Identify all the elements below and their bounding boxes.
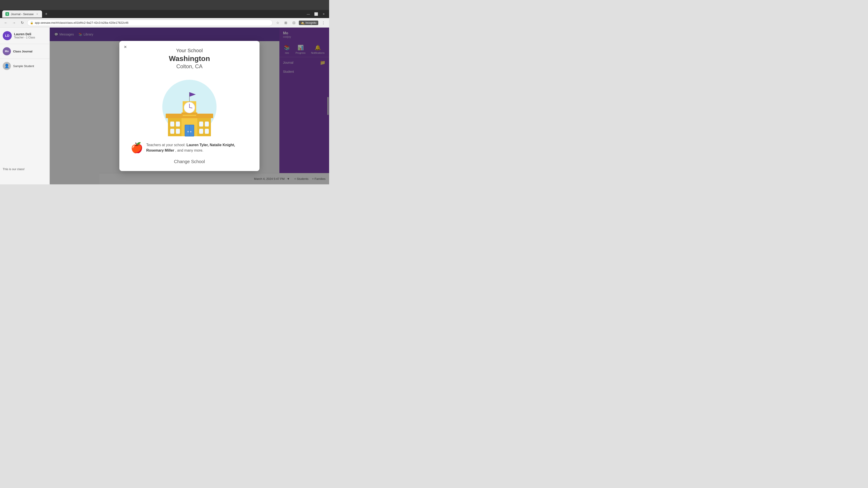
maximize-button[interactable]: ⬜ [313, 11, 319, 17]
svg-rect-18 [199, 129, 203, 134]
class-journal-item[interactable]: Mo Class Journal [0, 44, 50, 59]
nav-actions: ☆ ⊞ ⊡ 🕵 Incognito ⋮ [274, 20, 327, 26]
address-bar[interactable]: 🔒 app.seesaw.me/#/class/class.e01bf4c2-9… [27, 20, 273, 26]
modal-backdrop: × Your School Washington Colton, CA [50, 28, 329, 184]
main-content: 💬 Messages 📚 Library Mo oodjoy 📚 ries [50, 28, 329, 184]
modal-close-button[interactable]: × [124, 44, 127, 50]
student-name: Sample Student [13, 64, 34, 68]
minimize-button[interactable]: — [305, 11, 311, 17]
apple-icon: 🍎 [131, 142, 143, 154]
svg-rect-16 [199, 122, 203, 127]
modal-title: Your School [176, 48, 203, 54]
teachers-section: 🍎 Teachers at your school: Lauren Tyler,… [128, 142, 250, 154]
sidebar: LD Lauren Deli Teacher - 1 Class Mo Clas… [0, 28, 50, 184]
user-name: Lauren Deli [14, 32, 47, 36]
user-role: Teacher - 1 Class [14, 36, 47, 39]
browser-chrome [0, 0, 329, 10]
window-controls: — ⬜ × [305, 11, 327, 17]
modal-location: Colton, CA [176, 63, 203, 70]
address-text: app.seesaw.me/#/class/class.e01bf4c2-9a2… [35, 21, 128, 24]
browser-menu-button[interactable]: ⋮ [320, 20, 327, 26]
incognito-badge[interactable]: 🕵 Incognito [299, 21, 318, 25]
lock-icon: 🔒 [30, 21, 33, 24]
class-intro-text: This is our class! [0, 165, 50, 184]
svg-rect-19 [205, 129, 209, 134]
change-school-button[interactable]: Change School [174, 159, 205, 164]
tab-close-button[interactable]: × [35, 12, 39, 16]
teachers-more: , and many more. [175, 149, 204, 152]
svg-rect-12 [170, 122, 174, 127]
class-avatar: Mo [3, 47, 11, 55]
teachers-label: Teachers at your school: [146, 143, 185, 147]
extensions-button[interactable]: ⊞ [283, 20, 289, 26]
modal-school-name: Washington [169, 55, 210, 63]
teachers-text: Teachers at your school: Lauren Tyler, N… [146, 142, 248, 153]
school-modal: × Your School Washington Colton, CA [119, 41, 259, 171]
tab-favicon: S [5, 12, 9, 16]
navigation-bar: ← → ↻ 🔒 app.seesaw.me/#/class/class.e01b… [0, 18, 329, 28]
split-view-button[interactable]: ⊡ [291, 20, 297, 26]
user-info: Lauren Deli Teacher - 1 Class [14, 32, 47, 39]
student-item[interactable]: 👤 Sample Student [0, 59, 50, 73]
class-name: Class Journal [13, 50, 32, 53]
school-illustration [156, 74, 223, 137]
svg-rect-13 [176, 122, 180, 127]
new-tab-button[interactable]: + [43, 11, 49, 17]
svg-rect-3 [197, 118, 211, 136]
bookmark-button[interactable]: ☆ [274, 20, 281, 26]
active-tab[interactable]: S Journal - Seesaw × [2, 10, 42, 18]
incognito-label: Incognito [305, 21, 316, 24]
close-window-button[interactable]: × [320, 11, 327, 17]
svg-rect-14 [170, 129, 174, 134]
svg-point-23 [187, 131, 189, 132]
back-button[interactable]: ← [3, 20, 9, 26]
svg-rect-15 [176, 129, 180, 134]
student-avatar: 👤 [3, 62, 11, 70]
svg-rect-17 [205, 122, 209, 127]
user-profile[interactable]: LD Lauren Deli Teacher - 1 Class [0, 28, 50, 44]
refresh-button[interactable]: ↻ [19, 20, 25, 26]
tab-title: Journal - Seesaw [11, 12, 33, 16]
svg-point-24 [190, 131, 191, 132]
app-container: LD Lauren Deli Teacher - 1 Class Mo Clas… [0, 28, 329, 184]
user-avatar: LD [3, 31, 12, 40]
browser-tab-bar: S Journal - Seesaw × + — ⬜ × [0, 10, 329, 18]
forward-button[interactable]: → [11, 20, 17, 26]
